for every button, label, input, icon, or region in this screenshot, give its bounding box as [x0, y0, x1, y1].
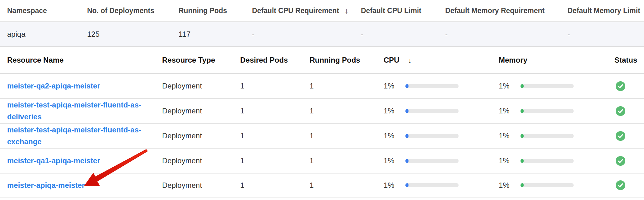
sort-descending-icon[interactable]: ↓: [408, 56, 412, 65]
column-header-memory[interactable]: Memory: [499, 56, 614, 64]
column-header-label: Status: [614, 56, 637, 64]
memory-metric-cell: 1%: [499, 131, 614, 140]
status-cell: [614, 131, 644, 141]
cpu-metric-cell: 1%: [384, 107, 499, 115]
running-pods-value: 1: [310, 181, 384, 190]
memory-percent: 1%: [499, 107, 520, 115]
column-header-status[interactable]: Status: [614, 56, 644, 64]
column-header-namespace[interactable]: Namespace: [7, 7, 87, 15]
cpu-percent: 1%: [384, 82, 405, 90]
running-pods-value: 1: [310, 131, 384, 140]
memory-percent: 1%: [499, 82, 520, 90]
memory-metric-cell: 1%: [499, 156, 614, 165]
status-healthy-icon: [616, 180, 625, 190]
cpu-progress-bar: [405, 109, 459, 113]
column-header-running-pods[interactable]: Running Pods: [310, 56, 384, 64]
cpu-progress-fill: [405, 109, 408, 113]
memory-progress-fill: [520, 134, 524, 138]
memory-percent: 1%: [499, 156, 520, 165]
cpu-percent: 1%: [384, 131, 405, 140]
column-header-label: Default CPU Requirement: [252, 7, 339, 15]
namespace-row-apiqa[interactable]: apiqa 125 117 - - - -: [0, 22, 644, 47]
status-cell: [614, 81, 644, 91]
memory-metric-cell: 1%: [499, 181, 614, 190]
sort-descending-icon[interactable]: ↓: [345, 7, 348, 15]
resource-link[interactable]: meister-qa2-apiqa-meister: [7, 82, 100, 90]
memory-progress-bar: [520, 109, 574, 113]
running-pods-count: 117: [179, 30, 252, 39]
resource-type: Deployment: [162, 156, 240, 165]
desired-pods-value: 1: [240, 181, 310, 190]
column-header-running-pods[interactable]: Running Pods: [179, 7, 252, 15]
resource-table-header: Resource Name Resource Type Desired Pods…: [0, 47, 644, 74]
column-header-no-of-deployments[interactable]: No. of Deployments: [87, 7, 179, 15]
default-cpu-requirement-value: -: [252, 30, 361, 39]
resource-link[interactable]: meister-apiqa-meister: [7, 181, 85, 189]
desired-pods-value: 1: [240, 131, 310, 140]
column-header-default-cpu-requirement[interactable]: Default CPU Requirement ↓: [252, 7, 361, 15]
running-pods-value: 1: [310, 82, 384, 90]
resource-name-cell: meister-qa1-apiqa-meister: [7, 155, 162, 167]
resource-row: meister-qa1-apiqa-meister Deployment 1 1…: [0, 149, 644, 174]
cpu-progress-fill: [405, 84, 408, 88]
cpu-progress-bar: [405, 134, 459, 138]
resource-type: Deployment: [162, 107, 240, 115]
column-header-label: Default CPU Limit: [361, 7, 421, 15]
resource-row: meister-test-apiqa-meister-fluentd-as-ex…: [0, 124, 644, 149]
resource-row: meister-apiqa-meister Deployment 1 1 1% …: [0, 174, 644, 198]
memory-progress-bar: [520, 159, 574, 163]
resource-type: Deployment: [162, 82, 240, 90]
status-healthy-icon: [616, 106, 625, 116]
status-healthy-icon: [616, 81, 625, 91]
resource-link[interactable]: meister-qa1-apiqa-meister: [7, 156, 100, 165]
column-header-default-cpu-limit[interactable]: Default CPU Limit: [361, 7, 445, 15]
status-cell: [614, 156, 644, 166]
column-header-label: Default Memory Limit: [567, 7, 640, 15]
cpu-progress-bar: [405, 159, 459, 163]
resource-row: meister-test-apiqa-meister-fluentd-as-de…: [0, 99, 644, 124]
resource-name-cell: meister-qa2-apiqa-meister: [7, 80, 162, 92]
namespace-deployments-view: Namespace No. of Deployments Running Pod…: [0, 0, 644, 200]
memory-progress-bar: [520, 183, 574, 187]
namespace-name: apiqa: [7, 30, 87, 39]
resource-type: Deployment: [162, 131, 240, 140]
status-healthy-icon: [616, 156, 625, 166]
default-memory-requirement-value: -: [445, 30, 567, 39]
column-header-cpu[interactable]: CPU ↓: [384, 56, 499, 64]
memory-progress-fill: [520, 84, 524, 88]
column-header-label: Memory: [499, 56, 527, 64]
cpu-metric-cell: 1%: [384, 82, 499, 90]
memory-progress-fill: [520, 183, 524, 187]
cpu-progress-bar: [405, 84, 459, 88]
resource-type: Deployment: [162, 181, 240, 190]
resource-name-cell: meister-apiqa-meister: [7, 179, 162, 191]
column-header-resource-name[interactable]: Resource Name: [7, 56, 162, 64]
status-cell: [614, 106, 644, 116]
column-header-label: Desired Pods: [240, 56, 288, 64]
cpu-percent: 1%: [384, 181, 405, 190]
resource-row: meister-qa2-apiqa-meister Deployment 1 1…: [0, 74, 644, 99]
namespace-table-header: Namespace No. of Deployments Running Pod…: [0, 0, 644, 22]
column-header-label: Running Pods: [179, 7, 227, 15]
running-pods-value: 1: [310, 156, 384, 165]
cpu-progress-fill: [405, 183, 408, 187]
cpu-progress-bar: [405, 183, 459, 187]
column-header-default-memory-limit[interactable]: Default Memory Limit: [567, 7, 644, 15]
memory-progress-fill: [520, 159, 524, 163]
cpu-percent: 1%: [384, 107, 405, 115]
cpu-metric-cell: 1%: [384, 131, 499, 140]
cpu-percent: 1%: [384, 156, 405, 165]
column-header-default-memory-requirement[interactable]: Default Memory Requirement: [445, 7, 567, 15]
column-header-label: No. of Deployments: [87, 7, 154, 15]
column-header-label: Resource Type: [162, 56, 215, 64]
status-cell: [614, 180, 644, 190]
column-header-label: Resource Name: [7, 56, 63, 64]
column-header-resource-type[interactable]: Resource Type: [162, 56, 240, 64]
status-healthy-icon: [616, 131, 625, 141]
default-memory-limit-value: -: [567, 30, 644, 39]
deployments-count: 125: [87, 30, 179, 39]
resource-link[interactable]: meister-test-apiqa-meister-fluentd-as-de…: [7, 101, 141, 121]
column-header-desired-pods[interactable]: Desired Pods: [240, 56, 310, 64]
resource-link[interactable]: meister-test-apiqa-meister-fluentd-as-ex…: [7, 126, 141, 146]
memory-metric-cell: 1%: [499, 82, 614, 90]
